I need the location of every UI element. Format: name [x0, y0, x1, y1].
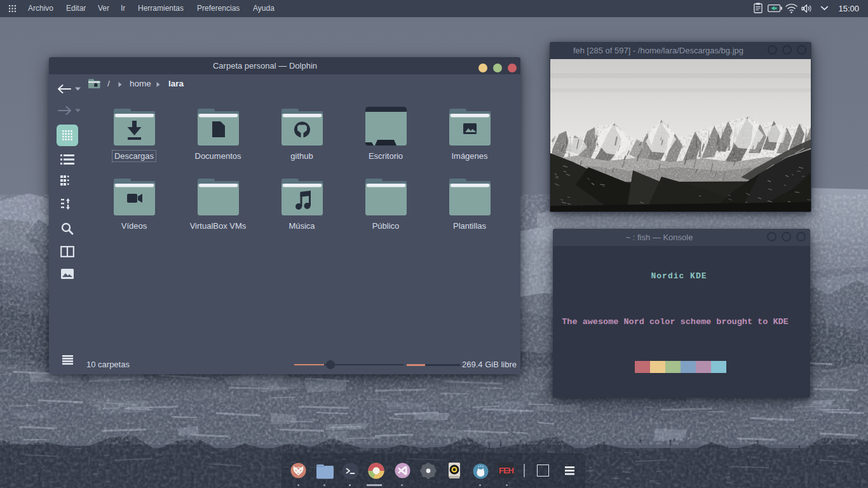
svg-text:FEH: FEH	[499, 466, 514, 475]
